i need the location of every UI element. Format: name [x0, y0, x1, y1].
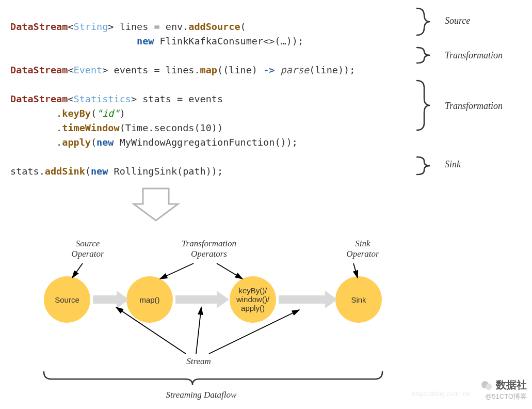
- kw-datastream: DataStream: [10, 21, 68, 32]
- brace-trans2: [417, 81, 430, 130]
- label-dataflow: Streaming Dataflow: [155, 390, 248, 400]
- svg-point-1: [486, 384, 492, 390]
- node-sink-text: Sink: [343, 295, 374, 304]
- label-sink-operator: SinkOperator: [337, 239, 389, 259]
- brace-dataflow: [44, 372, 382, 385]
- brace-source: [417, 8, 430, 35]
- ptr-trans-map: [160, 263, 194, 279]
- brace-trans1: [417, 48, 430, 63]
- ptr-sink-op: [353, 263, 358, 278]
- flow-arrow-1: [93, 291, 129, 308]
- wechat-icon: [480, 380, 493, 392]
- ptr-source-op: [72, 263, 83, 278]
- ptr-trans-keyby: [217, 263, 243, 279]
- flow-arrow-2: [175, 291, 229, 308]
- node-map-text: map(): [134, 295, 165, 304]
- label-trans-operators: TransformationOperators: [173, 239, 245, 259]
- node-keyby-text: keyBy()/window()/apply(): [232, 286, 273, 312]
- ptr-stream-2: [196, 307, 201, 354]
- label-sink: Sink: [445, 159, 461, 170]
- flow-arrow-3: [279, 291, 337, 308]
- watermark-host: https://blog.csdn.ne: [412, 390, 470, 398]
- label-source: Source: [445, 15, 470, 26]
- label-transformation1: Transformation: [445, 50, 503, 61]
- brace-sink: [417, 157, 430, 175]
- down-arrow-icon: [134, 188, 178, 221]
- watermark: 数据社 @51CTO博客: [480, 378, 527, 402]
- label-transformation2: Transformation: [445, 101, 503, 112]
- label-source-operator: SourceOperator: [62, 239, 114, 259]
- code-block: DataStream<String> lines = env.addSource…: [10, 5, 397, 193]
- node-source-text: Source: [52, 295, 83, 304]
- label-stream: Stream: [178, 356, 219, 367]
- ptr-stream-1: [116, 307, 186, 354]
- ptr-stream-3: [209, 310, 299, 354]
